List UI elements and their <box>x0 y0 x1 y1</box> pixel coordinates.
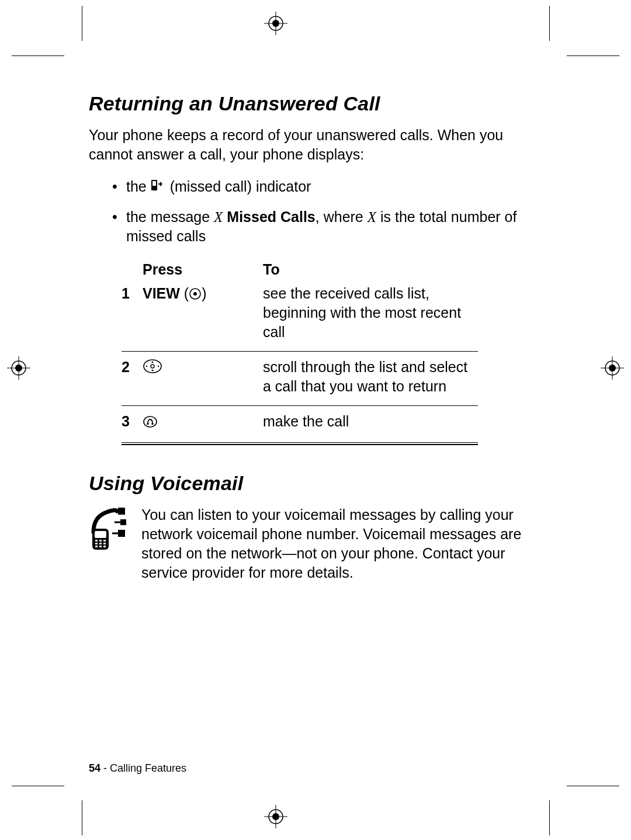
to-cell: make the call <box>263 412 478 431</box>
bullet-missed-call-indicator: the (missed call) indicator <box>112 177 548 198</box>
svg-rect-27 <box>118 508 125 515</box>
table-header-row: Press To <box>122 260 478 279</box>
intro-paragraph: Your phone keeps a record of your unansw… <box>89 126 548 164</box>
section-name: Calling Features <box>110 762 186 774</box>
to-cell: see the received calls list, beginning w… <box>263 284 478 342</box>
svg-point-24 <box>144 416 157 427</box>
heading-using-voicemail: Using Voicemail <box>89 472 548 495</box>
col-to-header: To <box>263 260 478 279</box>
svg-rect-37 <box>103 543 106 544</box>
svg-rect-32 <box>95 540 98 542</box>
text: (missed call) indicator <box>170 178 311 195</box>
step-number: 1 <box>122 284 143 303</box>
svg-rect-36 <box>99 543 102 544</box>
crop-mark-icon <box>12 786 64 786</box>
svg-rect-26 <box>152 423 154 425</box>
crop-mark-icon <box>549 800 550 835</box>
svg-rect-33 <box>99 540 102 542</box>
registration-mark-right-icon <box>601 356 624 380</box>
crop-mark-icon <box>567 786 619 786</box>
send-key-icon <box>143 414 158 433</box>
text-bold: Missed Calls <box>223 209 315 225</box>
svg-rect-28 <box>120 519 126 525</box>
svg-point-22 <box>146 366 147 367</box>
step-number: 2 <box>122 357 143 377</box>
center-select-key-icon <box>189 286 202 305</box>
svg-rect-25 <box>147 423 149 425</box>
crop-mark-icon <box>549 6 550 41</box>
voicemail-block: You can listen to your voicemail message… <box>89 505 548 582</box>
press-cell <box>143 357 263 379</box>
registration-mark-bottom-icon <box>264 805 287 828</box>
table-row: 3 make the call <box>122 409 478 439</box>
svg-point-19 <box>193 292 197 296</box>
bullet-list: the (missed call) indicator the message … <box>89 177 548 246</box>
svg-rect-17 <box>152 181 156 186</box>
text: ( <box>184 285 189 301</box>
svg-rect-40 <box>103 546 106 547</box>
missed-call-icon <box>151 179 166 198</box>
page-content: Returning an Unanswered Call Your phone … <box>89 92 548 582</box>
page-footer: 54 - Calling Features <box>89 762 186 775</box>
svg-rect-35 <box>95 543 98 544</box>
network-feature-icon <box>89 505 131 554</box>
text: the message <box>126 209 214 225</box>
svg-point-21 <box>151 365 154 368</box>
svg-rect-39 <box>99 546 102 547</box>
text: the <box>126 178 151 195</box>
to-cell: scroll through the list and select a cal… <box>263 357 478 396</box>
page-number: 54 <box>89 762 100 774</box>
col-press-header: Press <box>143 260 263 279</box>
steps-table: Press To 1 VIEW () see the received call… <box>122 260 478 445</box>
svg-rect-31 <box>95 531 106 538</box>
heading-returning-call: Returning an Unanswered Call <box>89 92 548 115</box>
footer-sep: - <box>100 762 110 774</box>
crop-mark-icon <box>12 55 64 56</box>
table-row: 1 VIEW () see the received calls list, b… <box>122 282 478 348</box>
registration-mark-top-icon <box>264 12 287 35</box>
press-cell: VIEW () <box>143 284 263 305</box>
svg-rect-29 <box>118 530 125 537</box>
svg-point-23 <box>158 366 159 367</box>
svg-rect-34 <box>103 540 106 542</box>
text: , where <box>316 209 367 225</box>
nav-key-icon <box>143 359 162 379</box>
crop-mark-icon <box>82 6 82 41</box>
voicemail-text: You can listen to your voicemail message… <box>141 505 548 582</box>
bullet-missed-calls-message: the message X Missed Calls, where X is t… <box>112 207 548 246</box>
table-row: 2 scroll through the list and select a c… <box>122 355 478 402</box>
variable-x: X <box>214 209 223 225</box>
registration-mark-left-icon <box>7 356 30 380</box>
key-label: VIEW <box>143 285 180 301</box>
svg-rect-38 <box>95 546 98 547</box>
press-cell <box>143 412 263 433</box>
step-number: 3 <box>122 412 143 431</box>
text: ) <box>202 285 206 301</box>
variable-x: X <box>367 209 376 225</box>
crop-mark-icon <box>567 55 619 56</box>
crop-mark-icon <box>82 800 82 835</box>
